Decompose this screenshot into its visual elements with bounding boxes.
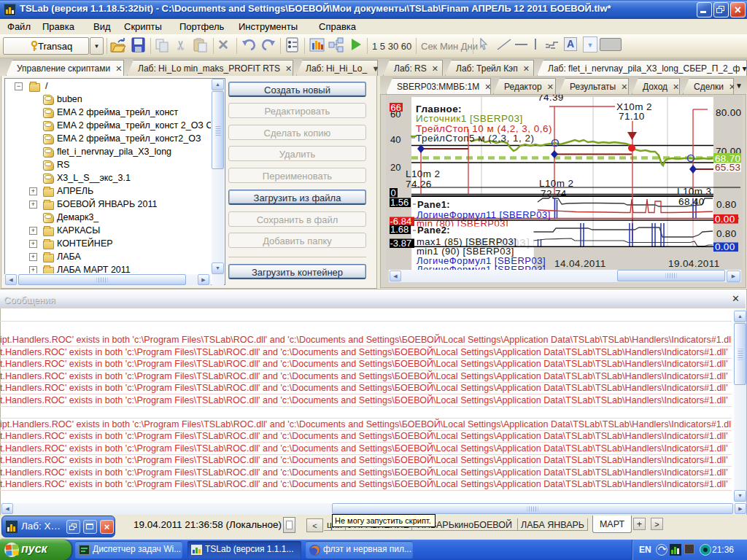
svg-text:80.00: 80.00 <box>716 107 741 118</box>
svg-text:19.04.2011: 19.04.2011 <box>668 258 720 269</box>
svg-text:40: 40 <box>390 134 400 145</box>
svg-text:0.80: 0.80 <box>716 228 736 239</box>
svg-text:14.04.2011: 14.04.2011 <box>554 258 606 269</box>
svg-text:Pane2:: Pane2: <box>417 225 450 236</box>
svg-text:65.53: 65.53 <box>715 162 740 173</box>
svg-text:72.74: 72.74 <box>541 188 567 199</box>
svg-text:1.56: 1.56 <box>390 197 409 208</box>
svg-text:1.68: 1.68 <box>390 224 409 235</box>
svg-text:20: 20 <box>390 162 400 173</box>
svg-text:L10m 3: L10m 3 <box>677 186 711 197</box>
svg-text:Pane1:: Pane1: <box>417 199 450 210</box>
svg-text:0.80: 0.80 <box>716 199 736 210</box>
svg-text:0.00: 0.00 <box>715 214 735 225</box>
svg-text:-3.87: -3.87 <box>390 238 412 249</box>
svg-text:74.26: 74.26 <box>406 179 432 190</box>
svg-text:0.00: 0.00 <box>715 241 735 252</box>
svg-text:L10m 2: L10m 2 <box>406 168 440 179</box>
svg-text:68.40: 68.40 <box>678 196 705 207</box>
svg-text:74.39: 74.39 <box>538 95 564 103</box>
svg-text:71.10: 71.10 <box>619 111 645 122</box>
svg-text:60: 60 <box>390 109 400 120</box>
svg-text:ТрейлСтоп5 м (2,3, 1, 2): ТрейлСтоп5 м (2,3, 1, 2) <box>416 133 535 144</box>
svg-text:ЛогичеФормул1 [SBERP03]: ЛогичеФормул1 [SBERP03] <box>417 264 546 270</box>
svg-text:L10m 2: L10m 2 <box>539 178 573 189</box>
